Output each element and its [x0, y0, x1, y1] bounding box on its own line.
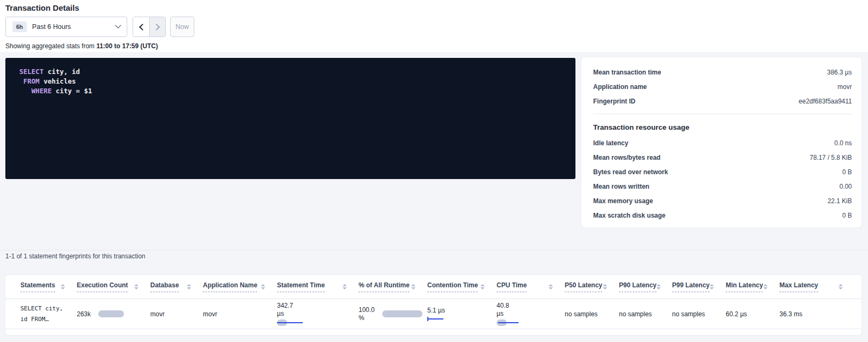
resource-row: Max memory usage 22.1 KiB [593, 197, 852, 205]
resource-row: Bytes read over network 0 B [593, 168, 852, 176]
resource-label: Mean rows/bytes read [593, 154, 660, 161]
resource-label: Idle latency [593, 139, 628, 147]
page-title: Transaction Details [5, 3, 79, 12]
summary-label: Application name [593, 83, 647, 91]
p90-latency-cell: no samples [619, 310, 672, 318]
chevron-down-icon [115, 23, 121, 28]
column-header-max-latency[interactable]: Max Latency [779, 281, 855, 292]
database-cell: movr [150, 310, 203, 318]
cpu-time-cell: 40.8µs [497, 302, 565, 326]
resource-usage-title: Transaction resource usage [593, 123, 852, 131]
summary-row: Mean transaction time 386.3 µs [593, 69, 852, 76]
sort-icon[interactable] [261, 284, 265, 289]
aggregated-stats-line: Showing aggregated stats from 11:00 to 1… [5, 42, 158, 50]
card-divider [593, 114, 852, 114]
resource-label: Mean rows written [593, 183, 650, 190]
chevron-right-icon [153, 24, 160, 31]
resource-label: Max scratch disk usage [593, 212, 666, 219]
column-header-database[interactable]: Database [150, 281, 203, 292]
runtime-pct-bar [382, 310, 422, 317]
resource-value: 0 B [842, 168, 852, 176]
sort-icon[interactable] [549, 284, 553, 289]
resource-value: 0 B [842, 212, 852, 219]
resource-value: 0.00 [840, 183, 852, 190]
p99-latency-cell: no samples [672, 310, 726, 318]
summary-label: Mean transaction time [593, 69, 661, 76]
fingerprint-count-note: 1-1 of 1 statement fingerprints for this… [5, 252, 145, 260]
application-name-cell: movr [203, 310, 277, 318]
max-latency-cell: 36.3 ms [779, 310, 855, 318]
stats-line-prefix: Showing aggregated stats from [5, 42, 96, 50]
column-header-statements[interactable]: Statements [20, 281, 77, 292]
time-nav-group [133, 17, 166, 37]
statement-time-cell: 342.7µs [277, 302, 359, 326]
summary-value: ee2df683f5aa9411 [799, 98, 852, 105]
sort-icon[interactable] [61, 284, 65, 289]
sort-icon[interactable] [480, 284, 485, 289]
chevron-left-icon [139, 24, 146, 31]
column-header-execution-count[interactable]: Execution Count [77, 281, 150, 292]
resource-row: Idle latency 0.0 ns [593, 139, 852, 147]
table-row: SELECT city,id FROM… 263k movr movr 342.… [5, 299, 862, 329]
column-header-statement-time[interactable]: Statement Time [277, 281, 359, 292]
cpu-time-bar [497, 319, 522, 326]
summary-value: 386.3 µs [827, 69, 852, 76]
sort-icon[interactable] [710, 284, 714, 289]
time-range-picker[interactable]: 6h Past 6 Hours [5, 17, 127, 37]
summary-row: Application name movr [593, 83, 852, 91]
prev-time-button[interactable] [133, 17, 149, 36]
resource-label: Max memory usage [593, 197, 653, 205]
time-range-label: Past 6 Hours [32, 23, 71, 31]
sort-icon[interactable] [838, 284, 843, 289]
resource-row: Mean rows written 0.00 [593, 183, 852, 190]
sort-icon[interactable] [342, 284, 347, 289]
statement-link[interactable]: SELECT city,id FROM… [20, 303, 77, 325]
resource-value: 0.0 ns [834, 139, 852, 147]
sql-statement-box: SELECT city, id FROM vehicles WHERE city… [5, 58, 575, 179]
summary-label: Fingerprint ID [593, 98, 636, 105]
contention-time-cell: 5.1 µs [427, 307, 497, 321]
column-header-min-latency[interactable]: Min Latency [726, 281, 779, 292]
resource-value: 22.1 KiB [828, 197, 852, 205]
statements-table: Statements Execution Count Database Appl… [5, 275, 862, 335]
page-header: Transaction Details 6h Past 6 Hours Now … [0, 0, 868, 52]
sort-icon[interactable] [411, 284, 415, 289]
execution-count-bar [98, 310, 124, 317]
stats-line-range: 11:00 to 17:59 (UTC) [96, 42, 158, 50]
next-time-button[interactable] [149, 17, 165, 36]
column-header-contention-time[interactable]: Contention Time [427, 281, 497, 292]
summary-row: Fingerprint ID ee2df683f5aa9411 [593, 98, 852, 105]
sort-icon[interactable] [657, 284, 661, 289]
sort-icon[interactable] [134, 284, 138, 289]
resource-row: Mean rows/bytes read 78.17 / 5.8 KiB [593, 154, 852, 161]
transaction-summary-card: Mean transaction time 386.3 µs Applicati… [581, 57, 862, 227]
resource-value: 78.17 / 5.8 KiB [809, 154, 852, 161]
statement-time-bar [277, 319, 303, 326]
sort-icon[interactable] [187, 284, 191, 289]
resource-row: Max scratch disk usage 0 B [593, 212, 852, 219]
table-header-row: Statements Execution Count Database Appl… [5, 275, 862, 299]
column-header-runtime-pct[interactable]: % of All Runtime [359, 281, 427, 292]
column-header-p50-latency[interactable]: P50 Latency [565, 281, 619, 292]
min-latency-cell: 60.2 µs [726, 310, 779, 318]
now-button[interactable]: Now [170, 17, 194, 37]
contention-time-bar [427, 317, 443, 321]
column-header-p90-latency[interactable]: P90 Latency [619, 281, 672, 292]
sort-icon[interactable] [763, 284, 768, 289]
time-range-badge: 6h [12, 21, 27, 32]
sort-icon[interactable] [603, 284, 607, 289]
execution-count-cell: 263k [77, 310, 150, 318]
column-header-cpu-time[interactable]: CPU Time [497, 281, 565, 292]
summary-value: movr [837, 83, 852, 91]
column-header-p99-latency[interactable]: P99 Latency [672, 281, 726, 292]
section-divider [0, 250, 868, 250]
resource-label: Bytes read over network [593, 168, 668, 176]
p50-latency-cell: no samples [565, 310, 619, 318]
column-header-application-name[interactable]: Application Name [203, 281, 277, 292]
runtime-pct-cell: 100.0% [359, 306, 427, 322]
